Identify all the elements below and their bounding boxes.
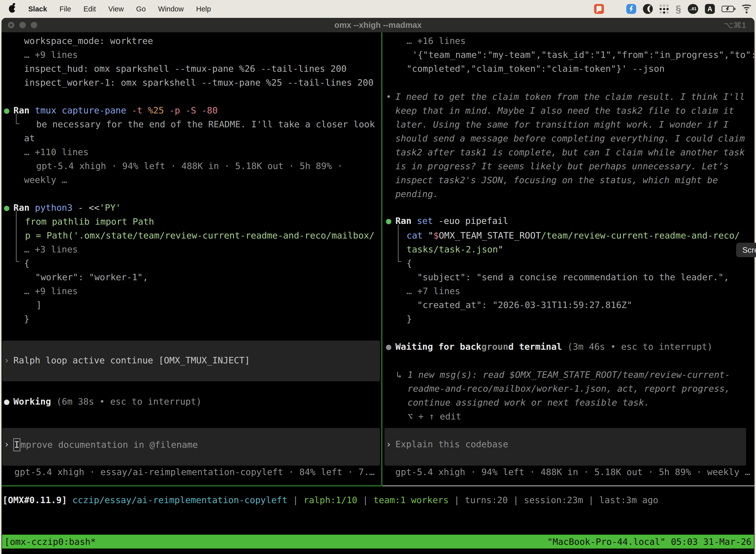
bullet-icon: • bbox=[386, 91, 391, 103]
json-line: "subject": "send a concise recommendatio… bbox=[417, 271, 729, 283]
hook-icon[interactable]: § bbox=[676, 4, 681, 14]
waiting-label-b: d terminal bbox=[508, 341, 562, 352]
menu-item-window[interactable]: Window bbox=[158, 5, 184, 13]
dollar-sign: $ bbox=[433, 230, 439, 240]
ran-python-command-line: Ran python3 - <<'PY' bbox=[13, 202, 121, 214]
prompt-chevron: › bbox=[386, 438, 391, 450]
separator: | bbox=[293, 495, 303, 505]
waiting-label-a: Waiting for back bbox=[395, 341, 482, 352]
path-text: /team/review-current-readme-and-reco/ bbox=[541, 230, 740, 240]
menu-item-edit[interactable]: Edit bbox=[83, 5, 96, 13]
pane-divider[interactable] bbox=[381, 32, 382, 486]
json-line: "worker": "worker-1", bbox=[35, 271, 148, 283]
json-line: { bbox=[406, 258, 412, 269]
thinking-line: should send a message before completing … bbox=[395, 132, 745, 145]
thinking-line: inspect task2's JSON, focusing on the st… bbox=[395, 174, 718, 186]
flag-t: -t bbox=[132, 105, 148, 115]
thinking-line: is in progress? It seems likely but perh… bbox=[395, 160, 729, 172]
left-input-placeholder[interactable]: Improve documentation in @filename bbox=[13, 438, 198, 451]
log-line: inspect_worker-1: omx sparkshell --tmux-… bbox=[24, 77, 374, 89]
right-pane-bottom-border bbox=[382, 486, 756, 486]
text-cursor: I bbox=[13, 438, 20, 451]
log-line: inspect_hud: omx sparkshell --tmux-pane … bbox=[24, 63, 346, 75]
left-pane-bottom-border bbox=[1, 486, 381, 486]
mailbox-message-line: readme-and-reco/mailbox/worker-1.json, a… bbox=[407, 383, 730, 395]
zoom-button[interactable] bbox=[31, 22, 37, 28]
command-args: -euo pipefail bbox=[438, 216, 508, 226]
command-text: set bbox=[417, 216, 439, 226]
window-titlebar[interactable]: omx --xhigh --madmax ⌥⌘1 bbox=[1, 18, 755, 32]
output-line: gpt-5.4 xhigh · 94% left · 488K in · 5.1… bbox=[36, 160, 342, 172]
window-shortcut: ⌥⌘1 bbox=[724, 18, 746, 32]
bullet-icon: ● bbox=[4, 105, 9, 116]
right-input-placeholder[interactable]: Explain this codebase bbox=[395, 438, 508, 450]
menu-item-file[interactable]: File bbox=[60, 5, 71, 13]
reply-arrow-icon: ↳ bbox=[396, 369, 402, 381]
waiting-status-line: Waiting for background terminal (3m 46s … bbox=[395, 341, 712, 353]
quote: " bbox=[428, 230, 434, 240]
python-block-rail bbox=[16, 211, 19, 262]
json-line: ] bbox=[36, 299, 42, 311]
menu-app-name[interactable]: Slack bbox=[28, 5, 47, 13]
collapsed-lines-note: … +9 lines bbox=[24, 285, 78, 297]
quote: " bbox=[498, 244, 503, 255]
traffic-lights bbox=[8, 18, 37, 32]
minimize-button[interactable] bbox=[19, 22, 26, 28]
ran-label: Ran bbox=[13, 105, 35, 115]
working-status-line: Working (6m 38s • esc to interrupt) bbox=[13, 396, 202, 407]
left-model-status: gpt-5.4 xhigh · essay/ai-reimplementatio… bbox=[14, 466, 375, 478]
keyboard-a-icon[interactable]: A bbox=[705, 4, 715, 14]
ran-set-command-line: Ran set -euo pipefail bbox=[395, 215, 508, 227]
heredoc-operator: - << bbox=[72, 203, 99, 213]
menu-bar: Slack File Edit View Go Window Help § ..… bbox=[0, 0, 756, 18]
right-model-status: gpt-5.4 xhigh · 94% left · 488K in · 5.1… bbox=[395, 466, 750, 478]
screen-overlay-button[interactable]: Scre bbox=[736, 243, 756, 257]
output-line: weekly … bbox=[24, 174, 67, 186]
json-line: "created_at": "2026-03-31T11:59:27.816Z" bbox=[417, 299, 632, 311]
thinking-line: pending. bbox=[395, 188, 438, 200]
output-line: at bbox=[24, 132, 35, 144]
working-meta: (6m 38s • esc to interrupt) bbox=[51, 396, 202, 406]
mailbox-message-line: 1 new msg(s): read $OMX_TEAM_STATE_ROOT/… bbox=[407, 369, 730, 381]
separator: | bbox=[358, 495, 374, 505]
cat-block-rail bbox=[398, 225, 401, 262]
prompt-chevron: › bbox=[4, 354, 9, 366]
close-button[interactable] bbox=[8, 22, 14, 28]
command-text: tmux capture-pane bbox=[35, 105, 132, 115]
env-var: OMX_TEAM_STATE_ROOT bbox=[439, 230, 541, 240]
cat-command-line-2: tasks/task-2.json" bbox=[406, 243, 503, 256]
team-workers: team:1 workers bbox=[374, 495, 449, 505]
output-line: be necessary for the end of the README. … bbox=[36, 118, 375, 130]
battery-icon[interactable] bbox=[721, 6, 734, 12]
bolt-badge-icon[interactable] bbox=[626, 4, 636, 14]
wifi-icon[interactable] bbox=[741, 4, 753, 13]
ralph-counter: ralph:1/10 bbox=[304, 495, 358, 505]
moon-disc-icon[interactable] bbox=[643, 4, 653, 14]
menu-item-go[interactable]: Go bbox=[136, 5, 146, 13]
omx-session-meta: | turns:20 | session:23m | last:3m ago bbox=[449, 495, 658, 505]
badge-61-icon[interactable]: ..61 bbox=[688, 4, 698, 14]
dots-grid-icon[interactable] bbox=[659, 4, 669, 14]
working-label: Working bbox=[13, 396, 51, 406]
prompt-chevron: › bbox=[4, 438, 9, 450]
ran-label: Ran bbox=[395, 216, 417, 226]
bullet-icon: ● bbox=[386, 215, 391, 227]
waiting-label-shimmer: groun bbox=[482, 341, 508, 352]
shield-grid-icon[interactable] bbox=[611, 4, 620, 14]
apple-logo-icon[interactable] bbox=[9, 5, 15, 13]
omx-session-path: cczip/essay/ai-reimplementation-copyleft bbox=[67, 495, 293, 505]
ran-label: Ran bbox=[13, 203, 35, 213]
command-text: cat bbox=[406, 230, 428, 240]
menu-item-help[interactable]: Help bbox=[196, 5, 211, 13]
path-text: tasks/task-2.json bbox=[406, 244, 498, 255]
menu-item-view[interactable]: View bbox=[108, 5, 124, 13]
placeholder-text: mprove documentation in @filename bbox=[20, 440, 198, 450]
cat-command-line: cat "$OMX_TEAM_STATE_ROOT/team/review-cu… bbox=[406, 230, 740, 241]
waiting-meta: (3m 46s • esc to interrupt) bbox=[562, 341, 712, 352]
flags: -p -S -80 bbox=[170, 105, 218, 115]
edit-shortcut-hint: ⌥ + ↑ edit bbox=[407, 410, 461, 423]
tmux-status-bar: [omx-cczip0:bash* "MacBook-Pro-44.local"… bbox=[2, 535, 754, 549]
collapsed-lines-note: … +9 lines bbox=[24, 49, 78, 61]
recording-badge-icon[interactable] bbox=[594, 4, 604, 14]
tmux-session-name: [omx-cczip0:bash* bbox=[4, 537, 96, 547]
